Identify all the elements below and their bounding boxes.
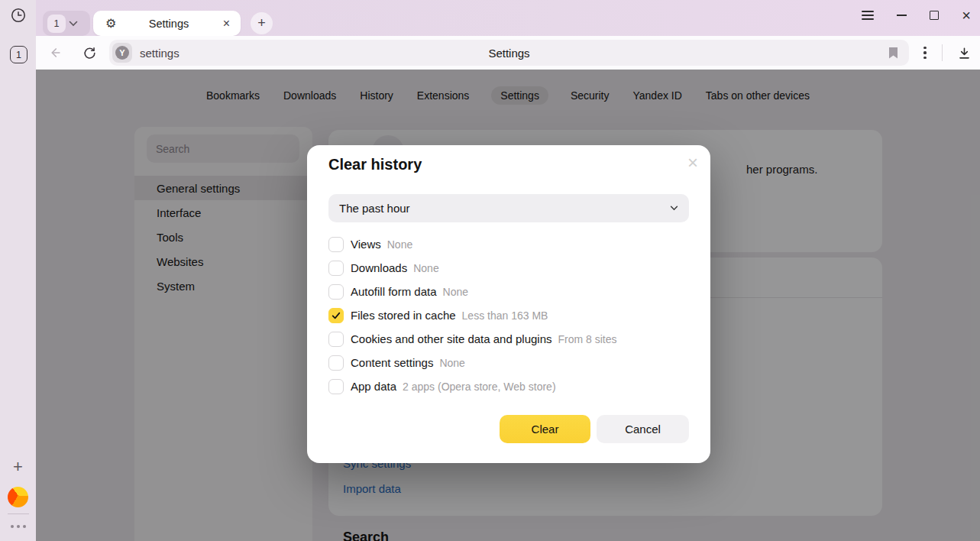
address-bar[interactable]: Y settings Settings xyxy=(109,40,909,66)
tab-strip: 1 ⚙ Settings × + × xyxy=(36,0,980,36)
toolbar-more-icon[interactable] xyxy=(919,44,931,61)
option-label: Downloads xyxy=(351,261,407,274)
rail-divider xyxy=(8,513,29,514)
checkbox[interactable] xyxy=(328,237,344,252)
browser-side-rail: 1 + xyxy=(0,0,36,541)
browser-window: 1 + 1 ⚙ Settings × + × Y xyxy=(0,0,980,541)
checkbox[interactable] xyxy=(328,379,344,394)
option-autofill[interactable]: Autofill form data None xyxy=(328,280,689,303)
downloads-icon[interactable] xyxy=(954,44,974,62)
option-label: Cookies and other site data and plugins xyxy=(351,332,552,345)
option-content-settings[interactable]: Content settings None xyxy=(328,351,689,374)
option-label: Content settings xyxy=(351,356,433,369)
option-detail: None xyxy=(439,357,464,369)
checkbox[interactable] xyxy=(328,261,344,276)
time-period-select[interactable]: The past hour xyxy=(328,194,689,222)
window-controls: × xyxy=(862,0,971,31)
page-title: Settings xyxy=(109,47,909,60)
tab-close-icon[interactable]: × xyxy=(222,17,231,31)
option-downloads[interactable]: Downloads None xyxy=(328,256,689,280)
close-window-button[interactable]: × xyxy=(962,8,971,23)
yandex-logo-icon[interactable] xyxy=(0,487,36,507)
browser-toolbar: Y settings Settings xyxy=(36,36,980,70)
tab-title: Settings xyxy=(116,18,221,30)
checkbox[interactable] xyxy=(328,332,344,347)
checkbox[interactable] xyxy=(328,355,344,371)
cancel-button[interactable]: Cancel xyxy=(597,415,689,443)
option-label: Views xyxy=(351,238,381,251)
option-detail: Less than 163 MB xyxy=(462,309,548,322)
menu-icon[interactable] xyxy=(862,11,874,20)
bookmark-icon[interactable] xyxy=(888,47,898,62)
option-label: App data xyxy=(351,380,396,393)
option-detail: None xyxy=(443,286,468,298)
reload-button[interactable] xyxy=(80,44,99,62)
gear-icon: ⚙ xyxy=(105,16,116,31)
chevron-down-icon xyxy=(69,21,78,27)
option-cache[interactable]: Files stored in cache Less than 163 MB xyxy=(328,303,689,327)
tab-group-count: 1 xyxy=(47,15,66,33)
option-detail: None xyxy=(413,262,438,274)
option-cookies[interactable]: Cookies and other site data and plugins … xyxy=(328,327,689,351)
checkbox-checked[interactable] xyxy=(328,308,344,323)
dialog-close-icon[interactable]: × xyxy=(687,150,698,176)
tab-group-selector[interactable]: 1 xyxy=(43,11,90,36)
option-detail: From 8 sites xyxy=(558,333,617,345)
option-app-data[interactable]: App data 2 apps (Opera store, Web store) xyxy=(328,374,689,398)
option-detail: None xyxy=(387,238,412,251)
option-label: Files stored in cache xyxy=(351,309,456,322)
toolbar-divider xyxy=(942,44,943,61)
option-label: Autofill form data xyxy=(351,285,437,298)
chevron-down-icon xyxy=(670,206,678,211)
option-views[interactable]: Views None xyxy=(328,232,689,256)
checkbox[interactable] xyxy=(328,284,344,300)
clear-options-list: Views None Downloads None Autofill form … xyxy=(328,232,689,398)
new-tab-button[interactable]: + xyxy=(251,12,273,34)
tab-settings[interactable]: ⚙ Settings × xyxy=(93,11,241,36)
dialog-title: Clear history xyxy=(328,156,422,173)
maximize-button[interactable] xyxy=(930,11,939,20)
rail-more-icon[interactable] xyxy=(0,521,36,532)
clear-history-dialog: × Clear history The past hour Views None… xyxy=(307,145,710,463)
back-button[interactable] xyxy=(46,44,64,62)
time-period-value: The past hour xyxy=(339,202,670,215)
history-clock-icon[interactable] xyxy=(0,6,36,24)
minimize-button[interactable] xyxy=(897,15,907,16)
rail-add-icon[interactable]: + xyxy=(0,457,36,477)
tab-counter-badge[interactable]: 1 xyxy=(10,46,27,63)
clear-button[interactable]: Clear xyxy=(500,415,590,443)
option-detail: 2 apps (Opera store, Web store) xyxy=(403,381,556,393)
